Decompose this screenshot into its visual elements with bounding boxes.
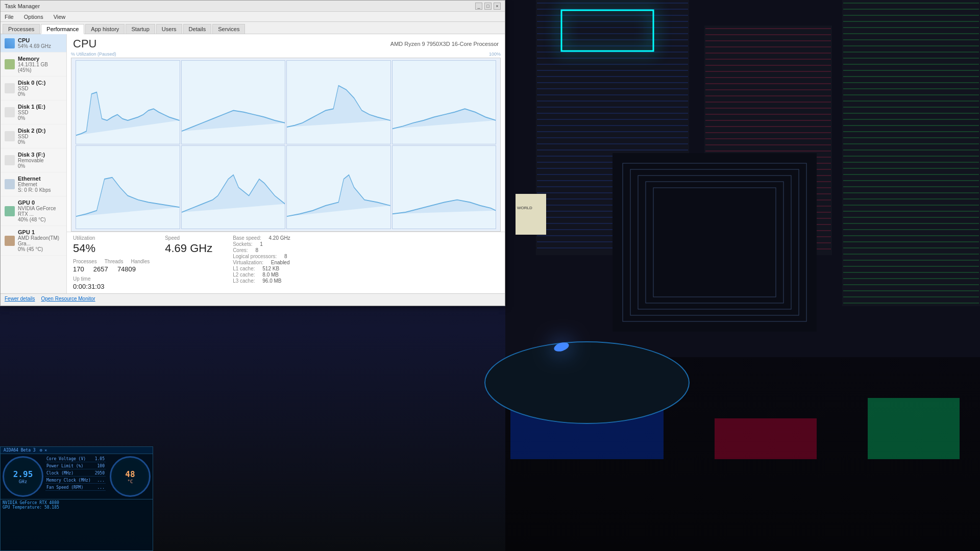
stat-power-value: 100 [97, 464, 105, 468]
widget-body: 2.95 GHz Core Voltage (V) 1.05 Power Lim… [1, 454, 153, 499]
cpu-graph-4 [392, 60, 497, 144]
widget-stats: Core Voltage (V) 1.05 Power Limit (%) 10… [45, 456, 106, 497]
utilization-label: Utilization [73, 235, 95, 241]
main-content: CPU 54% 4.69 GHz Memory 14.1/31.1 GB (45… [1, 34, 505, 293]
tab-app-history[interactable]: App history [85, 24, 125, 34]
sidebar-item-disk1[interactable]: Disk 1 (E:) SSD 0% [1, 101, 66, 124]
sidebar-item-gpu1[interactable]: GPU 1 AMD Radeon(TM) Gra... 0% (45 °C) [1, 226, 66, 256]
stats-col-speed: Speed 4.69 GHz [165, 235, 212, 290]
base-speed-value: 4.20 GHz [269, 235, 290, 241]
sidebar-gpu1-detail2: 0% (45 °C) [18, 246, 62, 252]
gpu1-icon [5, 236, 15, 246]
sidebar-memory-detail: 14.1/31.1 GB (45%) [18, 62, 62, 73]
logical-value: 8 [284, 254, 287, 259]
widget-gauge-cpu: 2.95 GHz [3, 456, 43, 497]
widget-stat-clock: Clock (MHz) 2950 [45, 470, 106, 477]
sidebar-memory-name: Memory [18, 56, 62, 62]
sidebar-item-ethernet[interactable]: Ethernet Ethernet S: 0 R: 0 Kbps [1, 172, 66, 196]
cpu-graph-6 [181, 145, 286, 230]
fewer-details-link[interactable]: Fewer details [5, 296, 35, 302]
sidebar-item-memory[interactable]: Memory 14.1/31.1 GB (45%) [1, 53, 66, 77]
gpu-temp-row: GPU Temperature: 58.185 [3, 505, 151, 510]
sidebar-disk1-name: Disk 1 (E:) [18, 104, 45, 110]
l3-label: L3 cache: [233, 278, 255, 284]
minimize-button[interactable]: _ [475, 3, 482, 10]
sidebar-disk2-name: Disk 2 (D:) [18, 128, 45, 134]
sidebar-cpu-detail: 54% 4.69 GHz [18, 43, 51, 49]
gpu-label: NVIDIA GeForce RTX 4080 [3, 500, 151, 505]
chart-header: CPU AMD Ryzen 9 7950X3D 16-Core Processo… [67, 34, 505, 52]
stat-voltage-label: Core Voltage (V) [46, 457, 86, 461]
sidebar-disk0-name: Disk 0 (C:) [18, 80, 45, 86]
overlay-widget: AIDA64 Beta 3 ⚙ ✕ 2.95 GHz Core Voltage … [0, 446, 153, 551]
widget-stat-power: Power Limit (%) 100 [45, 463, 106, 469]
stat-power-label: Power Limit (%) [46, 464, 83, 468]
cpu-graph-3 [286, 60, 391, 144]
cpu-graph-5 [76, 145, 180, 230]
sidebar-item-disk3[interactable]: Disk 3 (F:) Removable 0% [1, 148, 66, 172]
handles-label: Handles [131, 259, 150, 264]
tab-bar: Processes Performance App history Startu… [1, 22, 505, 34]
logical-label: Logical processors: [233, 254, 277, 259]
l2-value: 8.0 MB [262, 272, 279, 278]
sidebar-disk0-detail1: SSD [18, 86, 45, 91]
sidebar-disk3-detail2: 0% [18, 163, 45, 169]
processes-label: Processes [73, 259, 97, 264]
sidebar-item-disk2[interactable]: Disk 2 (D:) SSD 0% [1, 124, 66, 148]
uptime-label: Up time [73, 276, 90, 282]
disk3-icon [5, 155, 15, 165]
menu-options[interactable]: Options [22, 14, 45, 20]
sidebar-cpu-name: CPU [18, 37, 51, 43]
widget-bottom: NVIDIA GeForce RTX 4080 GPU Temperature:… [1, 499, 153, 511]
maximize-button[interactable]: □ [484, 3, 492, 10]
gpu0-icon [5, 206, 15, 216]
l1-label: L1 cache: [233, 266, 255, 271]
virt-value: Enabled [271, 260, 290, 265]
cores-label: Cores: [233, 247, 248, 253]
sidebar-gpu0-name: GPU 0 [18, 199, 62, 206]
tab-performance[interactable]: Performance [41, 24, 84, 34]
chart-processor: AMD Ryzen 9 7950X3D 16-Core Processor [390, 41, 499, 47]
sidebar-ethernet-name: Ethernet [18, 176, 51, 182]
tab-users[interactable]: Users [156, 24, 182, 34]
cpu-graph-7 [286, 145, 391, 230]
tab-processes[interactable]: Processes [3, 24, 40, 34]
sidebar-item-disk0[interactable]: Disk 0 (C:) SSD 0% [1, 77, 66, 101]
sidebar-item-cpu[interactable]: CPU 54% 4.69 GHz [1, 34, 66, 53]
graph-label: % Utilization (Paused) [71, 52, 116, 57]
tab-details[interactable]: Details [183, 24, 212, 34]
widget-stat-memclock: Memory Clock (MHz) ... [45, 478, 106, 484]
virt-label: Virtualization: [233, 260, 263, 265]
open-resource-link[interactable]: Open Resource Monitor [41, 296, 95, 302]
menu-file[interactable]: File [3, 14, 16, 20]
cores-value: 8 [255, 247, 258, 253]
sidebar-item-gpu0[interactable]: GPU 0 NVIDIA GeForce RTX ... 40% (48 °C) [1, 196, 66, 226]
disk2-icon [5, 131, 15, 141]
gpu-temp-value: 58.185 [44, 505, 59, 510]
sidebar-ethernet-detail1: Ethernet [18, 182, 51, 187]
cpu-graph-1 [76, 60, 180, 144]
handles-value: 74809 [117, 265, 136, 273]
tab-services[interactable]: Services [212, 24, 245, 34]
sockets-label: Sockets: [233, 241, 252, 247]
disk1-icon [5, 107, 15, 117]
close-button[interactable]: × [494, 3, 501, 10]
widget-gauge-temp: 48 °C [110, 456, 151, 497]
sidebar-disk1-detail2: 0% [18, 115, 45, 121]
l1-value: 512 KB [262, 266, 279, 271]
l2-label: L2 cache: [233, 272, 255, 278]
stat-memclock-label: Memory Clock (MHz) [46, 478, 91, 483]
widget-title: AIDA64 Beta 3 [4, 448, 36, 453]
speed-value: 4.69 GHz [165, 242, 212, 255]
stat-memclock-value: ... [97, 478, 105, 483]
menu-view[interactable]: View [52, 14, 68, 20]
base-speed-label: Base speed: [233, 235, 261, 241]
stats-col-utilization: Utilization 54% Processes Threads Handle… [73, 235, 150, 290]
chart-area: CPU AMD Ryzen 9 7950X3D 16-Core Processo… [67, 34, 505, 293]
stat-fan-value: ... [97, 485, 105, 490]
task-manager-window: Task Manager _ □ × File Options View Pro… [0, 0, 505, 306]
window-title: Task Manager [5, 3, 475, 9]
utilization-value: 54% [73, 242, 95, 255]
tab-startup[interactable]: Startup [126, 24, 155, 34]
cpu-graph-8 [392, 145, 497, 230]
